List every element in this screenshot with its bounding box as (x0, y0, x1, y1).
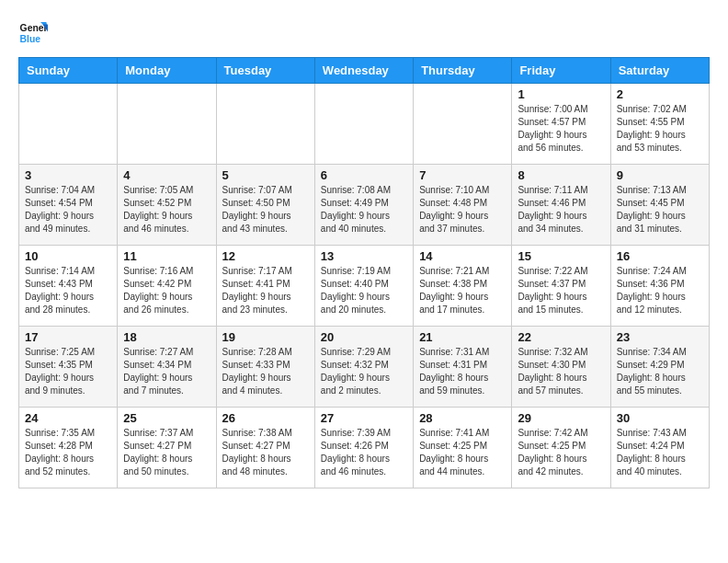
day-info: Sunrise: 7:34 AM Sunset: 4:29 PM Dayligh… (617, 346, 703, 397)
calendar-cell: 15Sunrise: 7:22 AM Sunset: 4:37 PM Dayli… (512, 246, 610, 327)
day-info: Sunrise: 7:11 AM Sunset: 4:46 PM Dayligh… (518, 184, 604, 236)
calendar-table: SundayMondayTuesdayWednesdayThursdayFrid… (18, 57, 710, 488)
day-info: Sunrise: 7:41 AM Sunset: 4:25 PM Dayligh… (419, 427, 506, 478)
day-number: 12 (222, 249, 309, 263)
calendar-cell (216, 84, 314, 165)
day-number: 17 (25, 330, 111, 344)
calendar-cell: 8Sunrise: 7:11 AM Sunset: 4:46 PM Daylig… (512, 165, 610, 246)
calendar-week-row: 3Sunrise: 7:04 AM Sunset: 4:54 PM Daylig… (19, 165, 710, 246)
calendar-cell: 20Sunrise: 7:29 AM Sunset: 4:32 PM Dayli… (314, 327, 413, 408)
day-info: Sunrise: 7:13 AM Sunset: 4:45 PM Dayligh… (617, 184, 703, 236)
day-number: 10 (25, 249, 111, 263)
day-number: 1 (518, 87, 604, 101)
calendar-cell: 27Sunrise: 7:39 AM Sunset: 4:26 PM Dayli… (314, 408, 413, 488)
calendar-cell: 5Sunrise: 7:07 AM Sunset: 4:50 PM Daylig… (216, 165, 314, 246)
day-info: Sunrise: 7:37 AM Sunset: 4:27 PM Dayligh… (123, 427, 210, 478)
calendar-cell: 14Sunrise: 7:21 AM Sunset: 4:38 PM Dayli… (414, 246, 512, 327)
day-number: 28 (419, 411, 506, 425)
calendar-week-row: 1Sunrise: 7:00 AM Sunset: 4:57 PM Daylig… (19, 84, 710, 165)
day-number: 23 (617, 330, 703, 344)
day-info: Sunrise: 7:29 AM Sunset: 4:32 PM Dayligh… (321, 346, 407, 397)
calendar-week-row: 24Sunrise: 7:35 AM Sunset: 4:28 PM Dayli… (19, 408, 710, 488)
weekday-header-sunday: Sunday (19, 58, 118, 84)
day-info: Sunrise: 7:32 AM Sunset: 4:30 PM Dayligh… (518, 346, 604, 397)
day-number: 19 (222, 330, 309, 344)
day-info: Sunrise: 7:27 AM Sunset: 4:34 PM Dayligh… (123, 346, 210, 397)
svg-text:Blue: Blue (20, 34, 41, 44)
day-info: Sunrise: 7:17 AM Sunset: 4:41 PM Dayligh… (222, 265, 309, 316)
day-number: 18 (123, 330, 210, 344)
day-number: 30 (617, 411, 703, 425)
day-info: Sunrise: 7:24 AM Sunset: 4:36 PM Dayligh… (617, 265, 703, 316)
day-number: 3 (25, 168, 111, 182)
day-info: Sunrise: 7:39 AM Sunset: 4:26 PM Dayligh… (321, 427, 407, 478)
day-info: Sunrise: 7:31 AM Sunset: 4:31 PM Dayligh… (419, 346, 506, 397)
calendar-cell: 1Sunrise: 7:00 AM Sunset: 4:57 PM Daylig… (512, 84, 610, 165)
logo-icon: General Blue (18, 18, 48, 48)
day-info: Sunrise: 7:19 AM Sunset: 4:40 PM Dayligh… (321, 265, 407, 316)
calendar-cell: 9Sunrise: 7:13 AM Sunset: 4:45 PM Daylig… (610, 165, 709, 246)
calendar-cell: 22Sunrise: 7:32 AM Sunset: 4:30 PM Dayli… (512, 327, 610, 408)
weekday-header-wednesday: Wednesday (314, 58, 413, 84)
calendar-cell: 18Sunrise: 7:27 AM Sunset: 4:34 PM Dayli… (118, 327, 216, 408)
day-number: 7 (419, 168, 506, 182)
day-number: 6 (321, 168, 407, 182)
calendar-cell: 17Sunrise: 7:25 AM Sunset: 4:35 PM Dayli… (19, 327, 118, 408)
day-number: 9 (617, 168, 703, 182)
calendar-cell: 24Sunrise: 7:35 AM Sunset: 4:28 PM Dayli… (19, 408, 118, 488)
day-info: Sunrise: 7:42 AM Sunset: 4:25 PM Dayligh… (518, 427, 604, 478)
day-info: Sunrise: 7:02 AM Sunset: 4:55 PM Dayligh… (617, 103, 703, 155)
calendar-cell: 21Sunrise: 7:31 AM Sunset: 4:31 PM Dayli… (414, 327, 512, 408)
calendar-week-row: 17Sunrise: 7:25 AM Sunset: 4:35 PM Dayli… (19, 327, 710, 408)
calendar-cell: 2Sunrise: 7:02 AM Sunset: 4:55 PM Daylig… (610, 84, 709, 165)
day-info: Sunrise: 7:07 AM Sunset: 4:50 PM Dayligh… (222, 184, 309, 236)
calendar-week-row: 10Sunrise: 7:14 AM Sunset: 4:43 PM Dayli… (19, 246, 710, 327)
calendar-cell: 13Sunrise: 7:19 AM Sunset: 4:40 PM Dayli… (314, 246, 413, 327)
day-info: Sunrise: 7:28 AM Sunset: 4:33 PM Dayligh… (222, 346, 309, 397)
header: General Blue (18, 18, 710, 48)
weekday-header-thursday: Thursday (414, 58, 512, 84)
calendar-cell (414, 84, 512, 165)
day-number: 27 (321, 411, 407, 425)
day-info: Sunrise: 7:25 AM Sunset: 4:35 PM Dayligh… (25, 346, 111, 397)
day-number: 2 (617, 87, 703, 101)
day-number: 13 (321, 249, 407, 263)
calendar-cell: 23Sunrise: 7:34 AM Sunset: 4:29 PM Dayli… (610, 327, 709, 408)
day-info: Sunrise: 7:35 AM Sunset: 4:28 PM Dayligh… (25, 427, 111, 478)
day-info: Sunrise: 7:05 AM Sunset: 4:52 PM Dayligh… (123, 184, 210, 236)
calendar-cell: 28Sunrise: 7:41 AM Sunset: 4:25 PM Dayli… (414, 408, 512, 488)
calendar-cell (314, 84, 413, 165)
day-info: Sunrise: 7:10 AM Sunset: 4:48 PM Dayligh… (419, 184, 506, 236)
weekday-header-friday: Friday (512, 58, 610, 84)
day-number: 20 (321, 330, 407, 344)
calendar-cell: 4Sunrise: 7:05 AM Sunset: 4:52 PM Daylig… (118, 165, 216, 246)
page: General Blue SundayMondayTuesdayWednesda… (0, 0, 728, 498)
day-info: Sunrise: 7:21 AM Sunset: 4:38 PM Dayligh… (419, 265, 506, 316)
calendar-cell (19, 84, 118, 165)
day-number: 21 (419, 330, 506, 344)
calendar-cell: 12Sunrise: 7:17 AM Sunset: 4:41 PM Dayli… (216, 246, 314, 327)
logo: General Blue (18, 18, 51, 48)
day-info: Sunrise: 7:04 AM Sunset: 4:54 PM Dayligh… (25, 184, 111, 236)
weekday-header-tuesday: Tuesday (216, 58, 314, 84)
calendar-header-row: SundayMondayTuesdayWednesdayThursdayFrid… (19, 58, 710, 84)
calendar-cell: 10Sunrise: 7:14 AM Sunset: 4:43 PM Dayli… (19, 246, 118, 327)
calendar-cell: 19Sunrise: 7:28 AM Sunset: 4:33 PM Dayli… (216, 327, 314, 408)
day-info: Sunrise: 7:00 AM Sunset: 4:57 PM Dayligh… (518, 103, 604, 155)
calendar-cell: 6Sunrise: 7:08 AM Sunset: 4:49 PM Daylig… (314, 165, 413, 246)
day-number: 25 (123, 411, 210, 425)
calendar-cell: 3Sunrise: 7:04 AM Sunset: 4:54 PM Daylig… (19, 165, 118, 246)
weekday-header-saturday: Saturday (610, 58, 709, 84)
day-info: Sunrise: 7:43 AM Sunset: 4:24 PM Dayligh… (617, 427, 703, 478)
day-number: 24 (25, 411, 111, 425)
day-info: Sunrise: 7:38 AM Sunset: 4:27 PM Dayligh… (222, 427, 309, 478)
day-number: 29 (518, 411, 604, 425)
weekday-header-monday: Monday (118, 58, 216, 84)
calendar-cell: 29Sunrise: 7:42 AM Sunset: 4:25 PM Dayli… (512, 408, 610, 488)
calendar-cell: 26Sunrise: 7:38 AM Sunset: 4:27 PM Dayli… (216, 408, 314, 488)
day-number: 15 (518, 249, 604, 263)
calendar-cell (118, 84, 216, 165)
day-number: 5 (222, 168, 309, 182)
day-number: 4 (123, 168, 210, 182)
calendar-cell: 30Sunrise: 7:43 AM Sunset: 4:24 PM Dayli… (610, 408, 709, 488)
